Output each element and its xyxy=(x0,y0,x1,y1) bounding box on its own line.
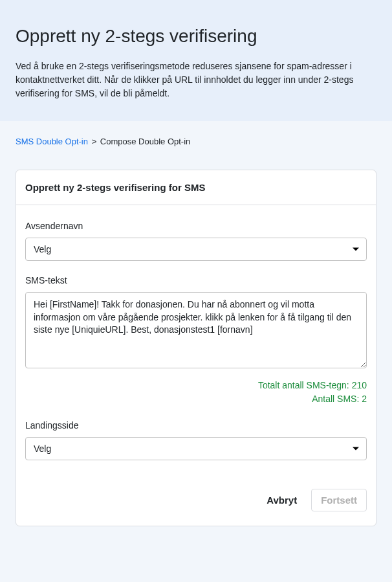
card-footer: Avbryt Fortsett xyxy=(16,471,376,526)
sms-count-label: Antall SMS: xyxy=(312,394,359,404)
sms-text-label: SMS-tekst xyxy=(25,275,367,285)
sms-count-value: 2 xyxy=(362,394,367,404)
sms-total-chars-value: 210 xyxy=(352,380,367,390)
sender-name-select[interactable]: Velg xyxy=(25,238,367,261)
landing-page-group: Landingsside Velg xyxy=(25,420,367,460)
breadcrumb-current: Compose Double Opt-in xyxy=(100,137,190,146)
breadcrumb: SMS Double Opt-in > Compose Double Opt-i… xyxy=(16,137,376,146)
cancel-button[interactable]: Avbryt xyxy=(260,489,303,511)
sms-stats: Totalt antall SMS-tegn: 210 Antall SMS: … xyxy=(25,379,367,406)
page-title: Opprett ny 2-stegs verifisering xyxy=(16,26,376,47)
landing-page-select[interactable]: Velg xyxy=(25,437,367,460)
card-title: Opprett ny 2-stegs verifisering for SMS xyxy=(25,182,367,193)
card-header: Opprett ny 2-stegs verifisering for SMS xyxy=(16,170,376,205)
page-header: Opprett ny 2-stegs verifisering Ved å br… xyxy=(0,0,392,121)
sender-name-select-wrapper: Velg xyxy=(25,238,367,261)
sender-name-group: Avsendernavn Velg xyxy=(25,221,367,261)
page-description: Ved å bruke en 2-stegs verifiseringsmeto… xyxy=(16,60,358,100)
sender-name-label: Avsendernavn xyxy=(25,221,367,231)
breadcrumb-separator: > xyxy=(92,137,97,146)
landing-page-label: Landingsside xyxy=(25,420,367,431)
sms-text-input[interactable]: Hei [FirstName]! Takk for donasjonen. Du… xyxy=(25,292,367,368)
sms-count: Antall SMS: 2 xyxy=(25,392,367,406)
breadcrumb-link-sms-double-optin[interactable]: SMS Double Opt-in xyxy=(16,137,88,146)
form-card: Opprett ny 2-stegs verifisering for SMS … xyxy=(16,170,376,526)
sms-total-chars-label: Totalt antall SMS-tegn: xyxy=(258,380,349,390)
landing-page-select-wrapper: Velg xyxy=(25,437,367,460)
card-body: Avsendernavn Velg SMS-tekst Hei [FirstNa… xyxy=(16,205,376,471)
continue-button[interactable]: Fortsett xyxy=(311,489,367,511)
sms-text-group: SMS-tekst Hei [FirstName]! Takk for dona… xyxy=(25,275,367,406)
sms-total-chars: Totalt antall SMS-tegn: 210 xyxy=(25,379,367,392)
content-area: SMS Double Opt-in > Compose Double Opt-i… xyxy=(0,121,392,542)
